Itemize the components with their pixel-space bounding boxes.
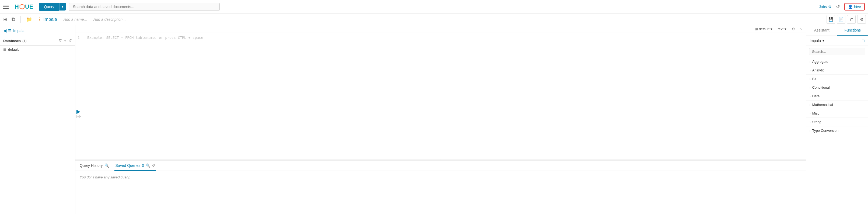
expand-btn[interactable]: ⊞ [76, 115, 80, 118]
function-category-item[interactable]: › String [806, 118, 868, 126]
databases-count: (1) [22, 39, 27, 43]
refresh-db-icon[interactable]: ↺ [69, 38, 72, 43]
user-label: hive [854, 5, 861, 9]
tags-btn[interactable]: 🏷 [847, 15, 856, 24]
layers-icon[interactable]: ⊞ [2, 16, 8, 23]
copy-icon[interactable]: ⧉ [10, 16, 16, 23]
run-query-button[interactable] [76, 110, 80, 114]
tab-assistant[interactable]: Assistant [806, 25, 837, 35]
chevron-right-icon: › [810, 129, 811, 132]
user-icon: 👤 [848, 5, 852, 9]
left-sidebar: ◀ ☰ Impala Databases (1) ▽ ＋ ↺ ☰ default [0, 25, 75, 214]
add-description-field[interactable]: Add a description... [93, 17, 126, 22]
main-layout: ◀ ☰ Impala Databases (1) ▽ ＋ ↺ ☰ default… [0, 25, 868, 214]
save-btn[interactable]: 💾 [827, 15, 835, 24]
editor-engine-label: Impala [43, 17, 57, 22]
settings-btn[interactable]: ⚙ [790, 26, 797, 31]
filter-functions-icon[interactable]: ⊟ [862, 38, 865, 43]
saved-queries-tab[interactable]: Saved Queries 0 🔍 ↺ [115, 161, 156, 171]
query-history-tab[interactable]: Query History 🔍 [79, 161, 110, 171]
right-panel: Assistant Functions Impala ▾ ⊟ › Aggrega… [806, 25, 868, 214]
jobs-button[interactable]: Jobs ⚙ [819, 5, 832, 9]
filter-db-icon[interactable]: ▽ [59, 38, 62, 43]
db-stack-icon: ⊞ [755, 27, 758, 31]
history-button[interactable]: ↺ [836, 4, 840, 10]
saved-queries-count: 0 [142, 163, 144, 168]
chevron-right-icon: › [810, 77, 811, 81]
db-icon: ☰ [8, 29, 11, 33]
query-btn-group: Query ▾ [39, 3, 65, 11]
settings-icon: ⚙ [792, 27, 795, 31]
databases-row: Databases (1) ▽ ＋ ↺ [0, 36, 75, 46]
database-selector[interactable]: ⊞ default ▾ [753, 26, 774, 31]
user-button[interactable]: 👤 hive [844, 3, 865, 10]
help-icon: ? [800, 27, 802, 31]
function-category-item[interactable]: › Type Conversion [806, 126, 868, 135]
chevron-right-icon: › [810, 121, 811, 124]
impala-icon: ⋮ [37, 17, 42, 22]
format-label: text [778, 27, 783, 31]
tab-functions[interactable]: Functions [837, 25, 868, 35]
function-category-item[interactable]: › Mathematical [806, 101, 868, 109]
function-category-item[interactable]: › Conditional [806, 83, 868, 92]
expand-down-icon[interactable]: ▾ [80, 115, 82, 118]
db-dropdown-icon: ▾ [771, 27, 772, 31]
jobs-label: Jobs [819, 5, 827, 9]
chevron-right-icon: › [810, 95, 811, 98]
databases-label: Databases [3, 39, 21, 43]
category-label: Mathematical [812, 103, 833, 107]
add-db-icon[interactable]: ＋ [63, 38, 67, 43]
databases-actions: ▽ ＋ ↺ [59, 38, 72, 43]
chevron-right-icon: › [810, 103, 811, 106]
help-btn[interactable]: ? [799, 26, 804, 31]
functions-search-input[interactable] [809, 48, 865, 55]
query-dropdown-button[interactable]: ▾ [59, 3, 66, 10]
saved-queries-search-icon[interactable]: 🔍 [146, 163, 150, 168]
hue-logo: H ⬡ UE [14, 3, 33, 10]
category-label: Conditional [812, 85, 830, 89]
category-label: Type Conversion [812, 129, 839, 133]
default-db-label: default [8, 48, 19, 52]
hamburger-menu[interactable] [3, 5, 9, 9]
editor-title: ⋮ Impala [37, 17, 57, 22]
bottom-tabs: Query History 🔍 Saved Queries 0 🔍 ↺ [75, 161, 806, 171]
expand-buttons: ⊞ ▾ [76, 115, 82, 118]
new-doc-btn[interactable]: 📄 [837, 15, 845, 24]
function-category-item[interactable]: › Misc [806, 109, 868, 118]
nav-right: Jobs ⚙ ↺ 👤 hive [819, 3, 865, 10]
back-arrow-icon: ◀ [3, 28, 6, 33]
query-button[interactable]: Query [39, 3, 59, 11]
bottom-content: You don't have any saved query. [75, 171, 806, 214]
impala-dropdown-icon[interactable]: ▾ [823, 39, 824, 43]
sidebar-item-default[interactable]: ☰ default [0, 46, 75, 53]
query-history-search-icon[interactable]: 🔍 [104, 163, 109, 168]
global-search-input[interactable] [69, 3, 220, 11]
function-category-item[interactable]: › Bit [806, 75, 868, 83]
folder-icon[interactable]: 📁 [25, 16, 33, 23]
editor-actions-bar: ⊞ default ▾ text ▾ ⚙ ? [75, 25, 806, 33]
saved-queries-refresh-icon[interactable]: ↺ [152, 163, 155, 168]
chevron-right-icon: › [810, 60, 811, 63]
top-nav: H ⬡ UE Query ▾ Jobs ⚙ ↺ 👤 hive [0, 0, 868, 14]
impala-selector[interactable]: Impala [810, 38, 821, 43]
category-label: Bit [812, 77, 816, 81]
logo-h: H [14, 3, 19, 10]
sidebar-engine-label: Impala [13, 29, 25, 33]
query-history-label: Query History [80, 163, 103, 168]
chevron-right-icon: › [810, 69, 811, 72]
category-label: Date [812, 94, 819, 98]
jobs-icon: ⚙ [828, 5, 832, 9]
function-category-item[interactable]: › Date [806, 92, 868, 101]
category-label: Analytic [812, 68, 825, 72]
sidebar-header[interactable]: ◀ ☰ Impala [0, 25, 75, 36]
add-name-field[interactable]: Add a name... [64, 17, 87, 22]
format-selector[interactable]: text ▾ [776, 26, 788, 31]
function-category-item[interactable]: › Analytic [806, 66, 868, 75]
format-dropdown-icon: ▾ [784, 27, 786, 31]
editor-area: ⊞ default ▾ text ▾ ⚙ ? 1 Example: SELECT… [75, 25, 806, 214]
function-category-item[interactable]: › Aggregate [806, 57, 868, 66]
toolbar-right: 💾 📄 🏷 ⚙ [827, 15, 866, 24]
logo-ue: UE [25, 3, 33, 10]
share-btn[interactable]: ⚙ [857, 15, 866, 24]
editor-placeholder[interactable]: Example: SELECT * FROM tablename, or pre… [87, 35, 804, 63]
